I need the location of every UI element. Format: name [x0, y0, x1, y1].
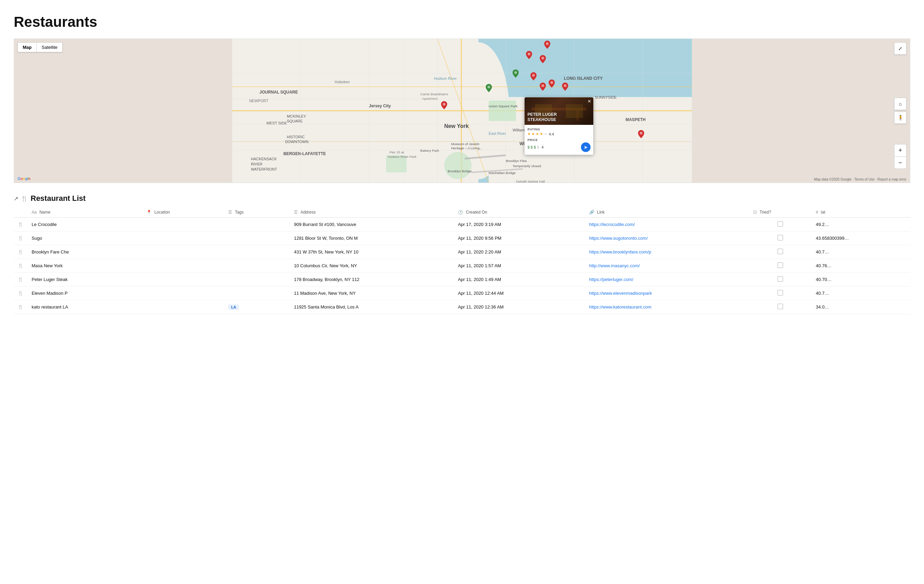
row-link-anchor[interactable]: https://www.elevenmadisonpark: [589, 291, 652, 296]
zoom-in-button[interactable]: +: [894, 144, 906, 157]
svg-text:SQUARE: SQUARE: [287, 119, 302, 123]
popup-body: RATING ★ ★ ★ ★ ★ 4.4 PRICE $ $ $ $: [525, 125, 593, 155]
zoom-out-button[interactable]: −: [894, 157, 906, 169]
th-tried[interactable]: ☑ Tried?: [749, 207, 812, 218]
row-tried[interactable]: [749, 218, 812, 232]
star-4: ★: [540, 132, 543, 136]
table-external-link-icon[interactable]: ↗: [14, 195, 18, 202]
popup-close-button[interactable]: ✕: [587, 99, 591, 104]
popup-image: ✕ PETER LUGER STEAKHOUSE: [525, 98, 593, 125]
row-location: [142, 259, 224, 273]
table-row: 🍴Sugo1281 Bloor St W, Toronto, ON MApr 1…: [14, 232, 910, 245]
th-created[interactable]: 🕐 Created On: [454, 207, 585, 218]
row-name[interactable]: Masa New York: [28, 259, 142, 273]
row-link-anchor[interactable]: https://www.katorestaurant.com: [589, 304, 652, 309]
row-lat: 40.76…: [812, 259, 910, 273]
row-tried[interactable]: [749, 245, 812, 259]
row-name[interactable]: Eleven Madison P: [28, 286, 142, 300]
row-tags[interactable]: [224, 232, 290, 245]
star-half: ★: [544, 132, 547, 136]
tried-checkbox[interactable]: [777, 290, 783, 295]
row-created: Apr 11, 2020 12:36 AM: [454, 300, 585, 314]
map-pin-2[interactable]: [526, 51, 532, 61]
row-address: 909 Burrard St #100, Vancouve: [290, 218, 454, 232]
row-name[interactable]: Brooklyn Fare Che: [28, 245, 142, 259]
svg-text:Battery Park: Battery Park: [421, 149, 439, 152]
map-pin-5[interactable]: [549, 79, 555, 89]
row-tags[interactable]: [224, 259, 290, 273]
th-lat-label: lat: [821, 210, 825, 215]
th-name[interactable]: Aa Name: [28, 207, 142, 218]
tried-checkbox[interactable]: [777, 235, 783, 240]
tried-checkbox[interactable]: [777, 221, 783, 227]
popup-navigate-button[interactable]: ➤: [581, 142, 591, 152]
map-side-controls: ⌂ 🧍: [894, 98, 906, 124]
row-tried[interactable]: [749, 232, 812, 245]
street-view-button[interactable]: 🧍: [894, 111, 906, 124]
fullscreen-button[interactable]: ⤢: [894, 42, 906, 55]
row-link[interactable]: https://www.brooklynfare.com/p: [585, 245, 749, 259]
map-pin-1[interactable]: [544, 41, 550, 50]
row-tried[interactable]: [749, 300, 812, 314]
row-link[interactable]: https://www.sugotoronto.com/: [585, 232, 749, 245]
home-button[interactable]: ⌂: [894, 98, 906, 110]
row-address: 1281 Bloor St W, Toronto, ON M: [290, 232, 454, 245]
map-pin-6[interactable]: [562, 83, 568, 92]
row-lat: 34.0…: [812, 300, 910, 314]
fork-knife-icon: 🍴: [18, 291, 23, 296]
th-lat[interactable]: # lat: [812, 207, 910, 218]
map-pin-7[interactable]: [540, 83, 546, 92]
popup-title-line1: PETER LUGER: [527, 112, 556, 117]
row-link-anchor[interactable]: https://peterluger.com/: [589, 277, 634, 282]
row-link-anchor[interactable]: https://www.brooklynfare.com/p: [589, 249, 652, 255]
map-pin-green-1[interactable]: [513, 69, 519, 79]
tried-checkbox[interactable]: [777, 276, 783, 282]
row-tags[interactable]: [224, 286, 290, 300]
row-lat: 40.7…: [812, 245, 910, 259]
row-tags[interactable]: [224, 245, 290, 259]
map-tab-map[interactable]: Map: [18, 43, 36, 52]
row-tags[interactable]: [224, 218, 290, 232]
th-tags[interactable]: ☰ Tags: [224, 207, 290, 218]
row-name[interactable]: Le Crocodile: [28, 218, 142, 232]
row-tags[interactable]: [224, 273, 290, 286]
map-footer: Map data ©2020 Google · Terms of Use · R…: [814, 177, 906, 181]
row-name[interactable]: kato restaurant LA: [28, 300, 142, 314]
tag-badge[interactable]: LA: [228, 304, 239, 310]
row-tags[interactable]: LA: [224, 300, 290, 314]
price-dollar-1: $: [527, 145, 530, 149]
row-tried[interactable]: [749, 259, 812, 273]
tried-checkbox[interactable]: [777, 262, 783, 268]
google-g2: g: [25, 177, 28, 180]
row-link[interactable]: https://www.katorestaurant.com: [585, 300, 749, 314]
rating-label: RATING: [527, 127, 591, 131]
svg-point-61: [546, 42, 549, 45]
th-location[interactable]: 📍 Location: [142, 207, 224, 218]
map-pin-8[interactable]: [441, 101, 447, 111]
row-link[interactable]: http://www.masanyc.com/: [585, 259, 749, 273]
row-link-anchor[interactable]: https://www.sugotoronto.com/: [589, 236, 648, 241]
map-type-controls: Map Satellite: [18, 42, 63, 52]
map-pin-10[interactable]: [638, 130, 644, 140]
row-location: [142, 245, 224, 259]
tried-checkbox[interactable]: [777, 249, 783, 254]
th-address[interactable]: ☰ Address: [290, 207, 454, 218]
map-tab-satellite[interactable]: Satellite: [37, 43, 62, 52]
row-link-anchor[interactable]: https://lecrocodile.com/: [589, 222, 635, 227]
row-tried[interactable]: [749, 273, 812, 286]
map-pin-3[interactable]: [540, 55, 546, 65]
row-link[interactable]: https://peterluger.com/: [585, 273, 749, 286]
tried-checkbox[interactable]: [777, 304, 783, 309]
row-name[interactable]: Peter Luger Steak: [28, 273, 142, 286]
row-link-anchor[interactable]: http://www.masanyc.com/: [589, 263, 640, 268]
map-pin-4[interactable]: [530, 72, 536, 82]
th-link[interactable]: 🔗 Link: [585, 207, 749, 218]
table-header: ↗ 🍴 Restaurant List: [14, 194, 910, 203]
row-link[interactable]: https://lecrocodile.com/: [585, 218, 749, 232]
map-pin-green-2[interactable]: [486, 84, 492, 94]
row-name[interactable]: Sugo: [28, 232, 142, 245]
map-container[interactable]: Hudson River East River JOURNAL SQUARE W…: [14, 38, 910, 183]
row-link[interactable]: https://www.elevenmadisonpark: [585, 286, 749, 300]
row-tried[interactable]: [749, 286, 812, 300]
row-created: Apr 11, 2020 12:44 AM: [454, 286, 585, 300]
